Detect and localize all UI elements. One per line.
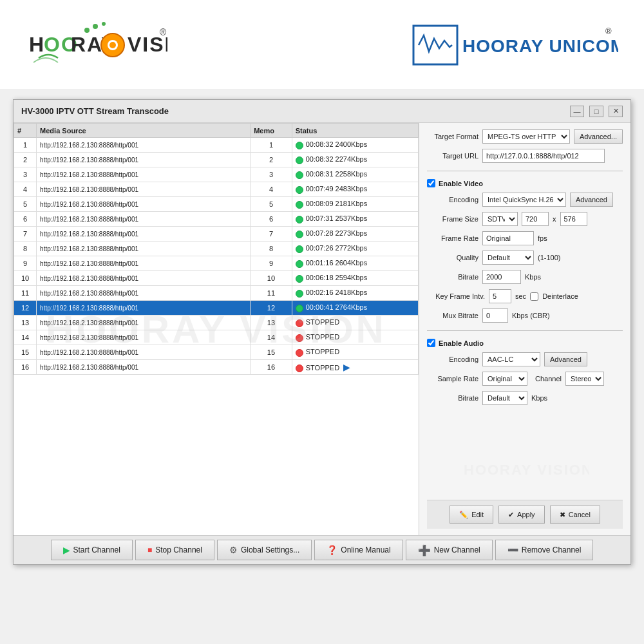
audio-advanced-button[interactable]: Advanced <box>544 352 587 366</box>
cell-status: 00:02:16 2418Kbps <box>292 286 418 301</box>
cell-source: http://192.168.2.130:8888/http/001 <box>37 286 251 301</box>
cell-status: STOPPED <box>292 316 418 330</box>
col-header-num: # <box>14 124 37 138</box>
apply-button[interactable]: ✔ Apply <box>498 506 545 524</box>
remove-channel-button[interactable]: ➖ Remove Channel <box>495 540 594 560</box>
table-row[interactable]: 14http://192.168.2.130:8888/http/00114ST… <box>14 330 419 345</box>
table-row[interactable]: 16http://192.168.2.130:8888/http/00116ST… <box>14 360 419 375</box>
cell-status: 00:06:18 2594Kbps <box>292 271 418 286</box>
bitrate-input[interactable] <box>482 270 521 284</box>
minimize-button[interactable]: — <box>570 106 584 117</box>
svg-text:®: ® <box>160 27 167 37</box>
cell-num: 8 <box>14 242 37 256</box>
main-toolbar: ▶ Start Channel ■ Stop Channel ⚙ Global … <box>14 535 630 564</box>
gear-icon: ⚙ <box>229 545 238 555</box>
stop-channel-label: Stop Channel <box>155 545 202 554</box>
table-row[interactable]: 6http://192.168.2.130:8888/http/001600:0… <box>14 212 419 227</box>
cell-num: 7 <box>14 227 37 242</box>
enable-video-checkbox[interactable] <box>427 179 435 187</box>
cell-status: STOPPED <box>292 330 418 345</box>
table-row[interactable]: 15http://192.168.2.130:8888/http/00115ST… <box>14 345 419 360</box>
online-manual-button[interactable]: ❓ Online Manual <box>314 540 402 560</box>
col-header-memo: Memo <box>251 124 292 138</box>
table-row[interactable]: 1http://192.168.2.130:8888/http/001100:0… <box>14 138 419 153</box>
target-url-input[interactable] <box>482 149 605 163</box>
quality-select[interactable]: Default <box>482 251 534 265</box>
encoding-select[interactable]: Intel QuickSync H.26 <box>482 193 566 207</box>
frame-rate-input[interactable] <box>482 231 534 245</box>
stop-channel-button[interactable]: ■ Stop Channel <box>135 540 214 560</box>
cell-num: 3 <box>14 167 37 182</box>
table-row[interactable]: 7http://192.168.2.130:8888/http/001700:0… <box>14 227 419 242</box>
audio-bitrate-label: Bitrate <box>427 394 478 402</box>
new-channel-button[interactable]: ➕ New Channel <box>406 540 493 560</box>
table-header-row: # Media Source Memo Status <box>14 124 419 138</box>
cell-source: http://192.168.2.130:8888/http/001 <box>37 345 251 360</box>
divider1 <box>427 171 623 171</box>
cell-memo: 7 <box>251 227 292 242</box>
cell-source: http://192.168.2.130:8888/http/001 <box>37 256 251 271</box>
running-dot <box>296 171 303 179</box>
apply-icon: ✔ <box>508 511 514 519</box>
table-row[interactable]: 3http://192.168.2.130:8888/http/001300:0… <box>14 167 419 182</box>
cell-num: 15 <box>14 345 37 360</box>
maximize-button[interactable]: □ <box>589 106 603 117</box>
running-dot <box>296 156 303 164</box>
cell-source: http://192.168.2.130:8888/http/001 <box>37 316 251 330</box>
cell-num: 5 <box>14 197 37 212</box>
table-row[interactable]: 13http://192.168.2.130:8888/http/00113ST… <box>14 316 419 330</box>
start-channel-button[interactable]: ▶ Start Channel <box>51 540 133 560</box>
close-button[interactable]: ✕ <box>609 106 623 117</box>
cell-source: http://192.168.2.130:8888/http/001 <box>37 167 251 182</box>
cell-source: http://192.168.2.130:8888/http/001 <box>37 153 251 167</box>
cell-num: 6 <box>14 212 37 227</box>
start-channel-label: Start Channel <box>73 545 120 554</box>
quality-row: Quality Default (1-100) <box>427 251 623 265</box>
edit-button[interactable]: ✏️ Edit <box>450 506 493 524</box>
keyframe-input[interactable] <box>489 289 511 303</box>
encoding-advanced-button[interactable]: Advanced <box>570 193 613 207</box>
target-url-row: Target URL <box>427 149 623 163</box>
audio-bitrate-select[interactable]: Default <box>482 391 527 405</box>
frame-rate-unit: fps <box>538 234 547 242</box>
enable-audio-checkbox[interactable] <box>427 339 435 347</box>
deinterlace-checkbox[interactable] <box>530 292 538 301</box>
audio-channel-select[interactable]: Stereo <box>565 372 604 386</box>
title-bar: HV-3000 IPTV OTT Stream Transcode — □ ✕ <box>14 100 630 123</box>
app-window: HV-3000 IPTV OTT Stream Transcode — □ ✕ … <box>13 99 631 565</box>
table-row[interactable]: 8http://192.168.2.130:8888/http/001800:0… <box>14 242 419 256</box>
cell-source: http://192.168.2.130:8888/http/001 <box>37 301 251 316</box>
frame-width-input[interactable] <box>522 212 549 226</box>
logo-right: HOORAY UNICOM ® <box>412 16 618 74</box>
target-format-row: Target Format MPEG-TS over HTTP Advanced… <box>427 129 623 144</box>
table-row[interactable]: 11http://192.168.2.130:8888/http/0011100… <box>14 286 419 301</box>
svg-point-10 <box>93 24 98 29</box>
table-row[interactable]: 10http://192.168.2.130:8888/http/0011000… <box>14 271 419 286</box>
table-row[interactable]: 9http://192.168.2.130:8888/http/001900:0… <box>14 256 419 271</box>
mux-bitrate-input[interactable] <box>482 308 508 323</box>
frame-size-preset-select[interactable]: SDTV <box>482 212 518 226</box>
table-row[interactable]: 4http://192.168.2.130:8888/http/001400:0… <box>14 182 419 197</box>
play-button-icon[interactable]: ▶ <box>343 362 350 372</box>
frame-height-input[interactable] <box>560 212 587 226</box>
svg-point-11 <box>102 22 106 26</box>
svg-rect-12 <box>413 26 457 64</box>
play-icon: ▶ <box>63 545 70 555</box>
global-settings-button[interactable]: ⚙ Global Settings... <box>217 540 312 560</box>
table-row[interactable]: 2http://192.168.2.130:8888/http/001200:0… <box>14 153 419 167</box>
cell-memo: 14 <box>251 330 292 345</box>
table-row[interactable]: 5http://192.168.2.130:8888/http/001500:0… <box>14 197 419 212</box>
table-row[interactable]: 12http://192.168.2.130:8888/http/0011200… <box>14 301 419 316</box>
new-channel-label: New Channel <box>434 545 480 554</box>
cell-memo: 1 <box>251 138 292 153</box>
main-content: HOORAY VISION # Media Source Memo Status… <box>14 123 630 535</box>
advanced-button[interactable]: Advanced... <box>574 129 623 144</box>
cell-status: 00:08:09 2181Kbps <box>292 197 418 212</box>
apply-label: Apply <box>517 511 535 518</box>
sample-rate-select[interactable]: Original <box>482 372 527 386</box>
cell-status: 00:07:26 2772Kbps <box>292 242 418 256</box>
audio-encoding-select[interactable]: AAC-LC <box>482 352 540 366</box>
target-format-select[interactable]: MPEG-TS over HTTP <box>482 129 570 144</box>
cell-memo: 4 <box>251 182 292 197</box>
cancel-button[interactable]: ✖ Cancel <box>550 506 600 524</box>
